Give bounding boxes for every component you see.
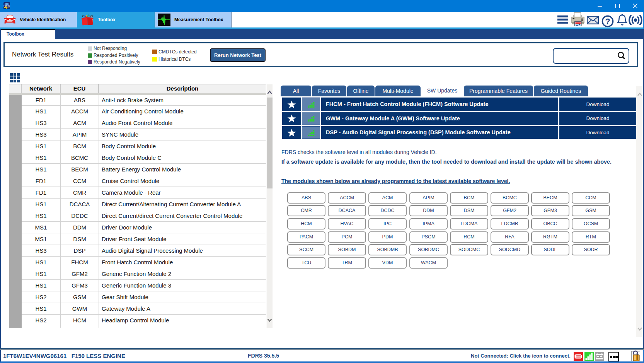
svg-text:FDRS: FDRS bbox=[3, 5, 10, 7]
svg-text:?: ? bbox=[605, 17, 610, 26]
